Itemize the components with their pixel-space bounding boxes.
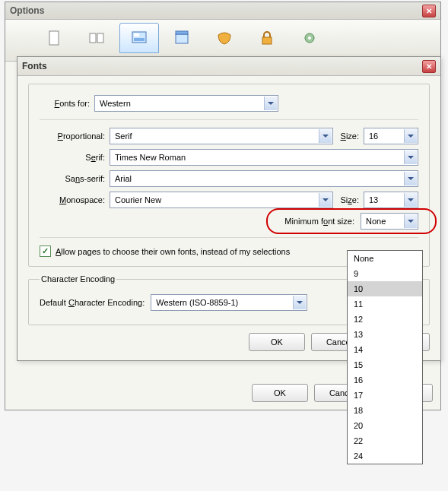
- sans-label: Sans-serif:: [40, 174, 110, 183]
- chevron-down-icon: [404, 129, 417, 143]
- applications-icon: [173, 29, 191, 47]
- chevron-down-icon: [319, 193, 332, 207]
- mask-icon: [215, 29, 234, 47]
- min-font-option[interactable]: 11: [348, 296, 422, 312]
- fonts-close-button[interactable]: ✕: [422, 60, 436, 73]
- min-font-option[interactable]: 18: [348, 403, 422, 418]
- min-font-dropdown-list[interactable]: None9101112131415161718202224: [347, 250, 423, 464]
- proportional-combo[interactable]: Serif: [110, 128, 333, 144]
- chevron-down-icon: [404, 214, 417, 228]
- fonts-for-value: Western: [100, 99, 131, 108]
- min-font-option[interactable]: 12: [348, 312, 422, 327]
- lock-icon: [258, 29, 276, 47]
- min-font-option[interactable]: 9: [348, 266, 422, 281]
- close-icon: ✕: [426, 7, 432, 15]
- size-combo-2[interactable]: 13: [364, 192, 418, 208]
- divider: [40, 237, 418, 238]
- svg-rect-2: [97, 33, 103, 43]
- min-font-option[interactable]: 17: [348, 388, 422, 403]
- tab-content-active[interactable]: [119, 23, 159, 53]
- min-font-option[interactable]: 22: [348, 433, 422, 448]
- tab-tabs[interactable]: [77, 23, 116, 53]
- gear-icon: [300, 29, 319, 47]
- sans-row: Sans-serif: Arial: [40, 170, 418, 187]
- tab-general[interactable]: [34, 23, 74, 53]
- size-value-1: 16: [369, 131, 378, 141]
- chevron-down-icon: [404, 150, 417, 164]
- sans-value: Arial: [115, 174, 132, 183]
- svg-rect-6: [176, 34, 188, 43]
- min-font-value: None: [366, 217, 386, 226]
- size-label-1: Size:: [341, 131, 359, 141]
- content-icon: [130, 29, 148, 47]
- mono-combo[interactable]: Courier New: [110, 192, 333, 208]
- min-font-option[interactable]: 15: [348, 357, 422, 372]
- chevron-down-icon: [293, 296, 306, 309]
- divider: [40, 119, 418, 120]
- chevron-down-icon: [404, 172, 417, 185]
- chevron-down-icon: [264, 97, 277, 110]
- size-value-2: 13: [369, 195, 378, 204]
- proportional-value: Serif: [115, 131, 132, 141]
- mono-row: Monospace: Courier New Size: 13: [40, 192, 418, 208]
- fonts-title: Fonts: [22, 61, 47, 71]
- sans-combo[interactable]: Arial: [110, 170, 418, 187]
- svg-rect-4: [134, 33, 139, 36]
- encoding-value: Western (ISO-8859-1): [156, 298, 238, 307]
- fonts-for-row: Fonts for: Western: [40, 95, 418, 112]
- min-font-combo[interactable]: None: [361, 213, 418, 230]
- tab-security[interactable]: [247, 23, 287, 53]
- serif-row: Serif: Times New Roman: [40, 149, 418, 166]
- mono-label: Monospace:: [40, 195, 110, 204]
- min-font-row: Minimum font size: None: [40, 213, 418, 230]
- svg-rect-0: [49, 31, 59, 45]
- fonts-group: Fonts for: Western Proportional: Serif S…: [28, 84, 430, 267]
- svg-point-10: [308, 36, 311, 40]
- mono-value: Courier New: [115, 195, 161, 204]
- close-icon: ✕: [426, 62, 432, 71]
- proportional-row: Proportional: Serif Size: 16: [40, 128, 418, 144]
- min-font-option[interactable]: 10: [348, 281, 422, 296]
- svg-rect-8: [262, 37, 272, 44]
- allow-pages-label: Allow pages to choose their own fonts, i…: [56, 247, 290, 256]
- encoding-label: Default Character Encoding:: [40, 298, 145, 307]
- fonts-for-label: Fonts for:: [40, 99, 94, 108]
- serif-label: Serif:: [40, 153, 110, 162]
- encoding-legend: Character Encoding: [40, 274, 116, 284]
- min-font-option[interactable]: None: [348, 251, 422, 266]
- tabs-icon: [87, 29, 106, 47]
- fonts-for-combo[interactable]: Western: [94, 95, 278, 112]
- document-icon: [45, 29, 63, 47]
- svg-rect-1: [90, 33, 96, 43]
- size-combo-1[interactable]: 16: [364, 128, 418, 144]
- min-font-option[interactable]: 24: [348, 448, 422, 464]
- allow-pages-checkbox[interactable]: ✓: [40, 246, 51, 257]
- min-font-label: Minimum font size:: [284, 217, 354, 226]
- options-title: Options: [10, 5, 44, 16]
- fonts-titlebar: Fonts ✕: [17, 57, 440, 76]
- min-font-option[interactable]: 14: [348, 342, 422, 357]
- svg-rect-5: [134, 38, 145, 41]
- options-tabs: [5, 20, 440, 62]
- chevron-down-icon: [404, 193, 417, 207]
- min-font-option[interactable]: 20: [348, 418, 422, 433]
- tab-privacy[interactable]: [205, 23, 244, 53]
- proportional-label: Proportional:: [40, 131, 110, 141]
- size-label-2: Size:: [341, 195, 359, 204]
- svg-rect-7: [176, 31, 188, 34]
- tab-advanced[interactable]: [290, 23, 329, 53]
- tab-applications[interactable]: [162, 23, 202, 53]
- encoding-combo[interactable]: Western (ISO-8859-1): [151, 294, 307, 311]
- options-ok-button[interactable]: OK: [252, 384, 308, 402]
- min-font-option[interactable]: 16: [348, 372, 422, 388]
- options-titlebar: Options ✕: [5, 2, 440, 20]
- options-close-button[interactable]: ✕: [422, 5, 436, 17]
- serif-combo[interactable]: Times New Roman: [110, 149, 418, 166]
- serif-value: Times New Roman: [115, 153, 186, 162]
- chevron-down-icon: [319, 129, 332, 143]
- min-font-option[interactable]: 13: [348, 327, 422, 342]
- fonts-ok-button[interactable]: OK: [249, 333, 305, 351]
